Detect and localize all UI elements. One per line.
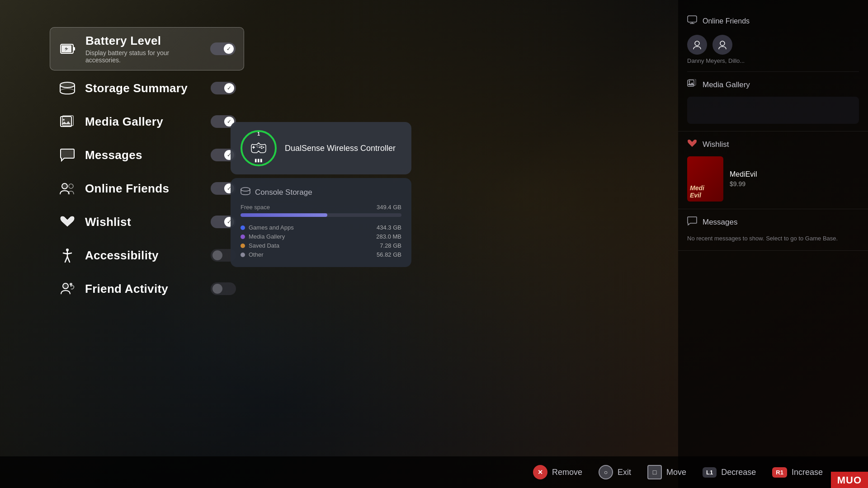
messages-title: Messages bbox=[85, 148, 203, 162]
legend-label-other: Other bbox=[249, 251, 377, 258]
legend-label-saved: Saved Data bbox=[249, 242, 380, 249]
svg-rect-19 bbox=[253, 146, 254, 149]
svg-point-28 bbox=[720, 41, 725, 46]
menu-text-online-friends: Online Friends bbox=[85, 182, 203, 196]
svg-point-22 bbox=[261, 147, 263, 149]
move-action[interactable]: □ Move bbox=[647, 465, 686, 479]
friend-activity-toggle-switch[interactable] bbox=[211, 282, 236, 295]
online-friends-icon bbox=[58, 179, 77, 198]
friend-activity-icon bbox=[58, 279, 77, 298]
svg-point-5 bbox=[60, 89, 75, 94]
storage-toggle-check: ✓ bbox=[224, 83, 234, 93]
menu-item-messages[interactable]: Messages ✓ bbox=[50, 139, 244, 171]
menu-item-online-friends[interactable]: Online Friends ✓ bbox=[50, 173, 244, 204]
svg-point-6 bbox=[60, 82, 75, 88]
messages-empty-text: No recent messages to show. Select to go… bbox=[687, 234, 859, 243]
exit-label: Exit bbox=[618, 468, 631, 477]
exit-action[interactable]: ○ Exit bbox=[599, 465, 631, 479]
svg-rect-26 bbox=[688, 16, 697, 22]
svg-rect-2 bbox=[73, 47, 75, 51]
legend-value-saved: 7.28 GB bbox=[380, 242, 401, 249]
messages-right-header: Messages bbox=[687, 216, 859, 228]
circle-button[interactable]: ○ bbox=[599, 465, 613, 479]
svg-point-13 bbox=[69, 184, 73, 188]
svg-rect-24 bbox=[257, 145, 260, 147]
legend-row-saved: Saved Data 7.28 GB bbox=[241, 242, 401, 249]
menu-item-wishlist[interactable]: Wishlist ✓ bbox=[50, 206, 244, 238]
accessibility-toggle-knob bbox=[212, 250, 222, 260]
accessibility-icon bbox=[58, 246, 77, 265]
svg-point-31 bbox=[689, 81, 690, 83]
online-friends-section-title: Online Friends bbox=[703, 17, 750, 25]
legend-dot-saved bbox=[241, 244, 245, 248]
controller-gamepad-icon bbox=[250, 142, 267, 157]
remove-action[interactable]: ✕ Remove bbox=[533, 465, 582, 479]
controller-battery-icon: ▮▮▮ bbox=[255, 158, 263, 163]
bottom-bar: ✕ Remove ○ Exit □ Move L1 Decrease R1 In… bbox=[0, 456, 868, 488]
storage-free-row: Free space 349.4 GB bbox=[241, 204, 401, 211]
l1-button[interactable]: L1 bbox=[703, 467, 717, 478]
storage-toggle-switch[interactable]: ✓ bbox=[211, 82, 236, 94]
legend-value-media: 283.0 MB bbox=[376, 233, 401, 240]
legend-dot-games bbox=[241, 225, 245, 230]
messages-icon bbox=[58, 145, 77, 164]
online-friends-menu-title: Online Friends bbox=[85, 182, 203, 196]
left-panel: Battery Level Display battery status for… bbox=[50, 27, 244, 306]
friends-names-label: Danny Meyers, Dillo... bbox=[687, 57, 859, 64]
controller-card: 1 ▮▮▮ DualSense Wireless Controller bbox=[231, 122, 411, 174]
decrease-label: Decrease bbox=[721, 468, 756, 477]
wishlist-icon bbox=[58, 212, 77, 231]
storage-bar bbox=[241, 213, 401, 217]
storage-toggle[interactable]: ✓ bbox=[211, 82, 236, 94]
decrease-action[interactable]: L1 Decrease bbox=[703, 467, 756, 478]
x-button[interactable]: ✕ bbox=[533, 465, 547, 479]
messages-right-section: Messages No recent messages to show. Sel… bbox=[678, 209, 868, 251]
friend-activity-menu-title: Friend Activity bbox=[85, 282, 203, 296]
wishlist-item: MediEvil MediEvil $9.99 bbox=[687, 156, 859, 202]
legend-row-games: Games and Apps 434.3 GB bbox=[241, 224, 401, 231]
menu-text-friend-activity: Friend Activity bbox=[85, 282, 203, 296]
friend-avatar-1[interactable] bbox=[687, 35, 707, 55]
menu-item-accessibility[interactable]: Accessibility bbox=[50, 239, 244, 271]
accessibility-menu-title: Accessibility bbox=[85, 249, 203, 263]
battery-toggle[interactable]: ✓ bbox=[210, 42, 236, 55]
friends-avatars-section: Danny Meyers, Dillo... bbox=[678, 28, 868, 71]
media-gallery-right-title: Media Gallery bbox=[703, 80, 750, 89]
r1-button[interactable]: R1 bbox=[772, 467, 787, 478]
battery-icon bbox=[58, 39, 77, 58]
wishlist-right-icon bbox=[687, 139, 697, 150]
storage-title: Storage Summary bbox=[85, 81, 203, 95]
battery-subtitle: Display battery status for your accessor… bbox=[85, 49, 203, 64]
menu-text-wishlist: Wishlist bbox=[85, 215, 203, 229]
wishlist-item-name: MediEvil bbox=[730, 170, 859, 178]
storage-bar-fill bbox=[241, 213, 327, 217]
move-label: Move bbox=[666, 468, 686, 477]
online-friends-header-icon bbox=[687, 15, 697, 27]
controller-number: 1 bbox=[257, 131, 260, 136]
media-gallery-icon bbox=[58, 112, 77, 131]
svg-point-21 bbox=[263, 146, 264, 148]
increase-label: Increase bbox=[792, 468, 823, 477]
storage-icon bbox=[58, 79, 77, 98]
square-button[interactable]: □ bbox=[647, 465, 662, 479]
wishlist-menu-title: Wishlist bbox=[85, 215, 203, 229]
increase-action[interactable]: R1 Increase bbox=[772, 467, 823, 478]
messages-right-icon bbox=[687, 216, 697, 228]
menu-item-media-gallery[interactable]: Media Gallery ✓ bbox=[50, 106, 244, 137]
menu-item-friend-activity[interactable]: Friend Activity bbox=[50, 273, 244, 305]
friend-avatar-2[interactable] bbox=[712, 35, 732, 55]
legend-value-games: 434.3 GB bbox=[377, 224, 401, 231]
console-storage-icon bbox=[241, 187, 250, 197]
menu-text-accessibility: Accessibility bbox=[85, 249, 203, 263]
menu-text-messages: Messages bbox=[85, 148, 203, 162]
battery-toggle-switch[interactable]: ✓ bbox=[210, 42, 236, 55]
friend-activity-toggle[interactable] bbox=[211, 282, 236, 295]
menu-item-battery-level[interactable]: Battery Level Display battery status for… bbox=[50, 27, 244, 70]
menu-item-storage-summary[interactable]: Storage Summary ✓ bbox=[50, 72, 244, 104]
media-gallery-right-section: Media Gallery bbox=[678, 72, 868, 131]
media-gallery-right-icon bbox=[687, 79, 697, 90]
svg-point-12 bbox=[62, 183, 67, 189]
svg-point-25 bbox=[241, 188, 250, 191]
console-storage-title: Console Storage bbox=[255, 188, 312, 197]
right-panel: Online Friends Danny Meyers, Dillo... bbox=[678, 0, 868, 488]
